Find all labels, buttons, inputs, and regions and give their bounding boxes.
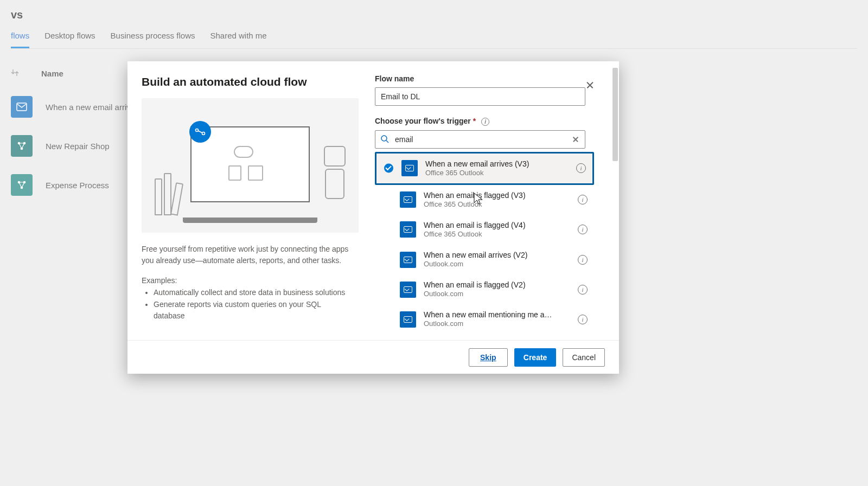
outlook-icon	[400, 191, 416, 208]
trigger-subtitle: Outlook.com	[424, 260, 571, 269]
trigger-subtitle: Office 365 Outlook	[424, 200, 571, 209]
checkmark-icon	[384, 164, 393, 173]
trigger-option[interactable]: When an email is flagged (V2)Outlook.com…	[375, 274, 594, 304]
info-icon[interactable]: i	[578, 255, 588, 265]
trigger-label: Choose your flow's trigger * i	[375, 117, 609, 126]
info-icon[interactable]: i	[481, 118, 489, 126]
outlook-icon	[400, 252, 416, 268]
trigger-subtitle: Outlook.com	[424, 290, 571, 299]
info-icon[interactable]: i	[578, 285, 588, 295]
close-icon[interactable]	[582, 78, 597, 93]
trigger-option[interactable]: When a new email arrives (V2)Outlook.com…	[375, 245, 594, 274]
trigger-search-input[interactable]	[375, 130, 585, 149]
trigger-subtitle: Office 365 Outlook	[425, 169, 570, 178]
example-item: Automatically collect and store data in …	[154, 287, 349, 299]
trigger-title: When an email is flagged (V4)	[424, 220, 571, 230]
trigger-subtitle: Office 365 Outlook	[424, 230, 571, 239]
clear-search-icon[interactable]	[570, 134, 581, 145]
skip-button[interactable]: Skip	[469, 348, 508, 367]
dialog-description: Free yourself from repetitive work just …	[142, 244, 349, 266]
illustration	[142, 98, 359, 233]
create-button[interactable]: Create	[514, 348, 557, 367]
examples-heading: Examples:	[142, 276, 349, 285]
trigger-subtitle: Outlook.com	[424, 319, 571, 329]
trigger-option[interactable]: When a new email arrives (V3)Office 365 …	[375, 152, 594, 185]
cancel-button[interactable]: Cancel	[563, 348, 605, 367]
flow-node-icon	[189, 121, 211, 143]
dialog-title: Build an automated cloud flow	[142, 75, 349, 88]
trigger-option[interactable]: When an email is flagged (V3)Office 365 …	[375, 185, 594, 215]
trigger-title: When an email is flagged (V3)	[424, 190, 571, 200]
trigger-title: When a new email mentioning me a…	[424, 310, 571, 319]
info-icon[interactable]: i	[578, 195, 588, 204]
trigger-title: When a new email arrives (V3)	[425, 159, 570, 169]
svg-point-9	[381, 136, 387, 141]
trigger-title: When an email is flagged (V2)	[424, 280, 571, 290]
info-icon[interactable]: i	[576, 163, 586, 173]
outlook-icon	[400, 282, 416, 298]
flow-name-label: Flow name	[375, 74, 609, 83]
trigger-title: When a new email arrives (V2)	[424, 250, 571, 260]
outlook-icon	[400, 311, 416, 328]
trigger-option[interactable]: When an email is flagged (V4)Office 365 …	[375, 215, 594, 245]
example-item: Generate reports via custom queries on y…	[154, 299, 349, 322]
trigger-option[interactable]: When a new email mentioning me a…Outlook…	[375, 304, 594, 334]
flow-name-input[interactable]	[375, 87, 585, 106]
trigger-list: When a new email arrives (V3)Office 365 …	[375, 152, 594, 334]
search-icon	[380, 135, 389, 145]
build-flow-dialog: Build an automated cloud flow	[127, 61, 619, 374]
info-icon[interactable]: i	[578, 315, 588, 324]
outlook-icon	[400, 221, 416, 238]
outlook-icon	[401, 160, 418, 176]
info-icon[interactable]: i	[578, 225, 588, 234]
dialog-footer: Skip Create Cancel	[127, 340, 619, 374]
